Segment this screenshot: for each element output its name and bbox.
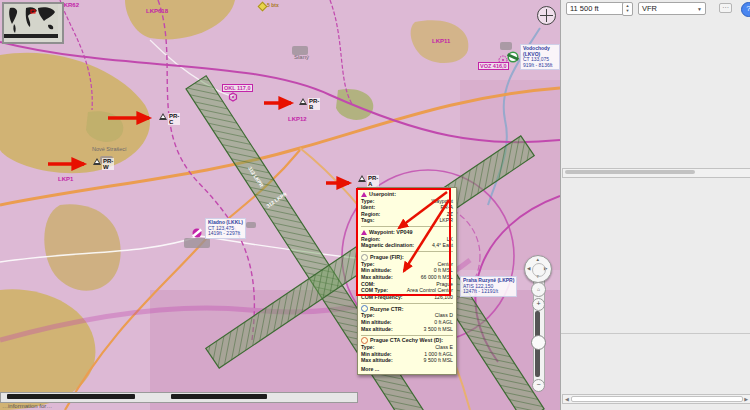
pan-up-icon[interactable]: ▲ [536, 257, 540, 262]
tooltip-value: ZZ [447, 211, 453, 218]
waypoint-icon [361, 230, 367, 235]
waypoint-label: PR-C [168, 113, 180, 125]
map-background: 312 LKPR 312 LKPR [0, 0, 560, 410]
tooltip-label: Type: [361, 261, 374, 268]
tooltip-value: Area Control Center [407, 287, 453, 294]
tooltip-value: LKPR [439, 217, 453, 224]
tooltip-value: 66 000 ft MSL [421, 274, 453, 281]
flight-rules-select[interactable]: VFR ▼ [638, 2, 706, 15]
tooltip-label: Type: [361, 312, 374, 319]
tooltip-section-title: Waypoint: VP049 [369, 229, 413, 236]
tooltip-label: Type: [361, 198, 374, 205]
pan-left-icon[interactable]: ◀ [527, 266, 530, 271]
tooltip-value: 3 500 ft MSL [424, 326, 453, 333]
tooltip-label: Ident: [361, 204, 375, 211]
zoom-slider-handle[interactable] [531, 335, 546, 350]
flight-plan-hscrollbar[interactable] [562, 168, 750, 178]
tooltip-section-title: Ruzyne CTR: [370, 306, 404, 313]
tooltip-label: Type: [361, 344, 374, 351]
map-canvas[interactable]: 312 LKPR 312 LKPR LKR62 LKP618 [0, 0, 560, 410]
tooltip-value: PR-A [441, 204, 453, 211]
world-map [4, 4, 58, 38]
tooltip-label: Max altitude: [361, 357, 393, 364]
zoom-in-button[interactable]: + [532, 298, 545, 311]
tooltip-value: 0 ft AGL [434, 319, 453, 326]
tooltip-section-title: Prague CTA Cechy West (D): [370, 337, 443, 344]
scroll-left-icon[interactable]: ◀ [565, 396, 569, 402]
waypoint-triangle-icon [358, 175, 366, 182]
tooltip-label: Region: [361, 211, 380, 218]
tooltip-label: COM: [361, 281, 375, 288]
tooltip-label: Max altitude: [361, 326, 393, 333]
compass-crosshair-icon[interactable] [537, 6, 556, 25]
tooltip-value: 0 ft MSL [434, 267, 453, 274]
waypoint-triangle-icon [159, 113, 167, 120]
help-button[interactable]: ? [741, 2, 750, 17]
chevron-down-icon: ▼ [697, 5, 702, 14]
altitude-stepper[interactable]: ▲ ▼ [622, 2, 633, 16]
tooltip-section-title: Userpoint: [369, 191, 396, 198]
scrollbar-handle[interactable] [565, 170, 695, 174]
tooltip-value: Prague [436, 281, 453, 288]
map-tooltip: Userpoint: Type:Waypoint Ident:PR-A Regi… [357, 187, 457, 375]
bar-segment [171, 394, 267, 399]
waypoint-label: PR-B [308, 98, 320, 110]
tooltip-value: LK [447, 236, 453, 243]
pan-dpad[interactable]: ▲ ▼ ◀ ▶ [524, 255, 552, 283]
tooltip-label: Magnetic declination: [361, 242, 414, 249]
map-status-text: …information for… [2, 403, 52, 409]
tooltip-label: COM Type: [361, 287, 388, 294]
little-navmap-window: 312 LKPR 312 LKPR LKR62 LKP618 [0, 0, 750, 410]
tooltip-label: Min altitude: [361, 267, 392, 274]
ctr-airspace-icon [361, 305, 368, 312]
dock-panel: 11 500 ft ▲ ▼ VFR ▼ ⋯ ? No Flight Plan l… [560, 0, 750, 410]
tooltip-value: 126,100 [434, 294, 453, 301]
zoom-out-button[interactable]: − [532, 379, 545, 392]
tooltip-value: 4,4° East [432, 242, 453, 249]
overflow-button[interactable]: ⋯ [719, 3, 732, 13]
waypoint-triangle-icon [299, 98, 307, 105]
profile-hscrollbar[interactable]: ◀ ▶ [562, 394, 750, 404]
tooltip-value: Center [437, 261, 453, 268]
userpoint-icon [361, 192, 367, 197]
scroll-right-icon[interactable]: ▶ [744, 396, 748, 402]
waypoint-label: PR-A [367, 175, 379, 187]
tooltip-label: COM Frequency: [361, 294, 403, 301]
home-button[interactable]: ⌂ [531, 282, 546, 297]
tooltip-more-link[interactable]: More ... [361, 366, 453, 373]
tooltip-label: Min altitude: [361, 319, 392, 326]
cruise-altitude-input[interactable]: 11 500 ft [566, 2, 626, 15]
tooltip-label: Region: [361, 236, 380, 243]
bar-segment [7, 394, 135, 399]
tooltip-label: Max altitude: [361, 274, 393, 281]
tooltip-value: Class E [435, 344, 453, 351]
map-navigation-control: ▲ ▼ ◀ ▶ ⌂ + − [522, 255, 554, 393]
map-bottom-bar[interactable] [0, 392, 358, 403]
dpad-center[interactable] [532, 263, 546, 277]
tooltip-section-title: Prague (FIR): [370, 254, 404, 261]
fir-icon [361, 254, 368, 261]
tooltip-value: 9 500 ft MSL [424, 357, 453, 364]
waypoint-triangle-icon [93, 158, 101, 165]
tooltip-label: Min altitude: [361, 351, 392, 358]
waypoint-label: PR-W [102, 158, 114, 170]
dock-splitter[interactable] [561, 333, 750, 334]
world-overview-inset[interactable] [2, 2, 64, 44]
scrollbar-handle[interactable] [571, 396, 743, 402]
flight-rules-value: VFR [642, 4, 657, 13]
tooltip-value: Waypoint [432, 198, 453, 205]
tooltip-value: Class D [435, 312, 453, 319]
tooltip-value: 1 000 ft AGL [424, 351, 453, 358]
cta-airspace-icon [361, 337, 368, 344]
tooltip-label: Tags: [361, 217, 374, 224]
stepper-down-icon[interactable]: ▼ [623, 8, 632, 13]
